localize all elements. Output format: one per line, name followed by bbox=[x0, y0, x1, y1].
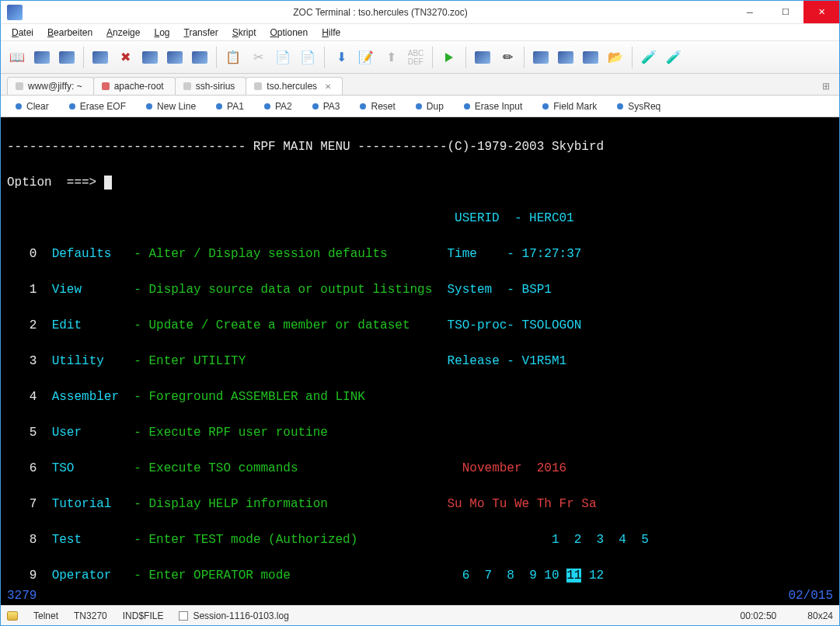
connection-icon bbox=[7, 611, 18, 621]
qbtn-pa2[interactable]: PA2 bbox=[256, 98, 301, 115]
menu-anzeige[interactable]: Anzeige bbox=[100, 26, 146, 40]
tab-label: www@jiffy: ~ bbox=[28, 81, 82, 92]
tb-play-icon[interactable] bbox=[163, 46, 186, 69]
toolbar: 📖 ✖ 📋 ✂ 📄 📄 ⬇ 📝 ⬆ ABCDEF ✏ 📂 🧪 🧪 bbox=[1, 41, 839, 74]
qbtn-clear[interactable]: Clear bbox=[7, 98, 58, 115]
tab-www-jiffy[interactable]: www@jiffy: ~ bbox=[7, 77, 94, 95]
menu-log[interactable]: Log bbox=[148, 26, 176, 40]
tb-pencil-icon[interactable]: ✏ bbox=[496, 46, 519, 69]
maximize-button[interactable]: ☐ bbox=[768, 1, 803, 23]
tb-connect-icon[interactable] bbox=[30, 46, 54, 69]
status-session: Session-1116-0103.log bbox=[193, 610, 288, 621]
tab-label: apache-root bbox=[114, 81, 164, 92]
tb-cut-icon[interactable]: ✂ bbox=[246, 46, 270, 69]
qbtn-dup[interactable]: Dup bbox=[407, 98, 452, 115]
term-status-right: 02/015 bbox=[788, 587, 833, 605]
term-status-left: 3279 bbox=[7, 587, 37, 605]
qbtn-sysreq[interactable]: SysReq bbox=[608, 98, 669, 115]
tb-screen-icon[interactable] bbox=[471, 46, 494, 69]
tb-record-icon[interactable] bbox=[138, 46, 162, 69]
menu-hilfe[interactable]: Hilfe bbox=[315, 26, 347, 40]
qbtn-field-mark[interactable]: Field Mark bbox=[534, 98, 605, 115]
status-bar: Telnet TN3270 IND$FILE Session-1116-0103… bbox=[1, 605, 839, 625]
tb-phonebook-icon[interactable]: 📖 bbox=[5, 46, 29, 69]
qbtn-erase-input[interactable]: Erase Input bbox=[455, 98, 531, 115]
tb-copy-icon[interactable]: 📋 bbox=[221, 46, 245, 69]
tb-paste-icon[interactable]: 📄 bbox=[271, 46, 295, 69]
app-icon bbox=[7, 5, 23, 20]
tb-download-icon[interactable]: ⬇ bbox=[329, 46, 353, 69]
tb-stop-icon[interactable]: ✖ bbox=[113, 46, 137, 69]
tb-tool3-icon[interactable] bbox=[579, 46, 602, 69]
tb-script-icon[interactable] bbox=[89, 46, 112, 69]
close-icon[interactable]: ✕ bbox=[325, 82, 331, 91]
tb-upload-icon[interactable]: 📝 bbox=[354, 46, 378, 69]
qbtn-pa3[interactable]: PA3 bbox=[304, 98, 349, 115]
tb-folder-icon[interactable]: 📂 bbox=[604, 46, 627, 69]
menu-datei[interactable]: Datei bbox=[5, 26, 40, 40]
minimize-button[interactable]: ─ bbox=[732, 1, 768, 23]
status-elapsed: 00:02:50 bbox=[741, 610, 777, 621]
quick-buttons: Clear Erase EOF New Line PA1 PA2 PA3 Res… bbox=[1, 96, 839, 117]
tb-flask1-icon[interactable]: 🧪 bbox=[637, 46, 660, 69]
menu-bar: Datei Bearbeiten Anzeige Log Transfer Sk… bbox=[1, 24, 839, 41]
session-log-checkbox[interactable] bbox=[179, 611, 188, 621]
qbtn-pa1[interactable]: PA1 bbox=[207, 98, 253, 115]
status-proto: TN3270 bbox=[74, 610, 107, 621]
status-conn: Telnet bbox=[33, 610, 58, 621]
tb-abc-icon[interactable]: ABCDEF bbox=[404, 46, 427, 69]
tab-apache-root[interactable]: apache-root bbox=[93, 77, 176, 95]
tab-tso-hercules[interactable]: tso.hercules✕ bbox=[246, 77, 343, 95]
tab-overflow-icon[interactable]: ⊞ bbox=[819, 78, 833, 95]
session-tabs: www@jiffy: ~ apache-root ssh-sirius tso.… bbox=[1, 74, 839, 96]
tb-tool1-icon[interactable] bbox=[529, 46, 552, 69]
tb-send-icon[interactable]: ⬆ bbox=[379, 46, 403, 69]
tb-flask2-icon[interactable]: 🧪 bbox=[662, 46, 685, 69]
close-button[interactable]: ✕ bbox=[803, 1, 839, 23]
tb-paste2-icon[interactable]: 📄 bbox=[296, 46, 319, 69]
tb-tool2-icon[interactable] bbox=[554, 46, 577, 69]
qbtn-erase-eof[interactable]: Erase EOF bbox=[61, 98, 134, 115]
tab-label: ssh-sirius bbox=[196, 81, 235, 92]
tb-run-icon[interactable] bbox=[437, 46, 461, 69]
menu-bearbeiten[interactable]: Bearbeiten bbox=[41, 26, 99, 40]
cursor bbox=[104, 176, 112, 190]
status-size: 80x24 bbox=[807, 610, 833, 621]
tb-edit-icon[interactable] bbox=[188, 46, 211, 69]
window-controls: ─ ☐ ✕ bbox=[732, 1, 839, 23]
menu-transfer[interactable]: Transfer bbox=[178, 26, 225, 40]
qbtn-reset[interactable]: Reset bbox=[351, 98, 403, 115]
terminal-screen[interactable]: -------------------------------- RPF MAI… bbox=[1, 117, 839, 605]
menu-optionen[interactable]: Optionen bbox=[263, 26, 314, 40]
menu-skript[interactable]: Skript bbox=[226, 26, 263, 40]
qbtn-new-line[interactable]: New Line bbox=[138, 98, 204, 115]
tb-disconnect-icon[interactable] bbox=[55, 46, 78, 69]
window-title: ZOC Terminal : tso.hercules (TN3270.zoc) bbox=[29, 7, 732, 18]
tab-label: tso.hercules bbox=[267, 81, 317, 92]
tab-ssh-sirius[interactable]: ssh-sirius bbox=[175, 77, 247, 95]
status-ind: IND$FILE bbox=[123, 610, 164, 621]
window-titlebar: ZOC Terminal : tso.hercules (TN3270.zoc)… bbox=[1, 1, 839, 24]
